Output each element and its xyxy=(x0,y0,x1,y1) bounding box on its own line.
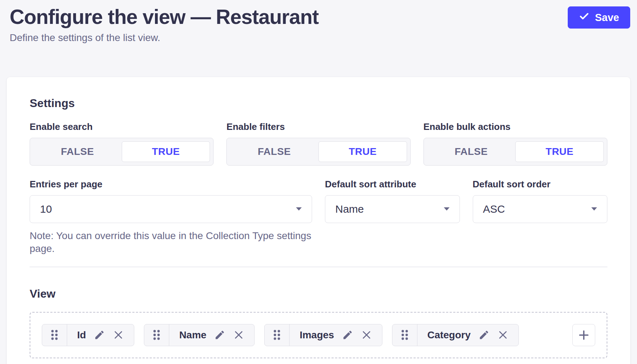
field-chip-label: Name xyxy=(179,329,206,341)
edit-field-button[interactable] xyxy=(478,329,490,340)
field-chip-category: Category xyxy=(392,324,519,346)
enable-bulk-actions-toggle: FALSE TRUE xyxy=(423,138,607,166)
entries-per-page-label: Entries per page xyxy=(30,179,312,190)
section-divider xyxy=(30,267,607,267)
default-sort-order-label: Default sort order xyxy=(473,179,608,190)
field-chip-label: Id xyxy=(77,329,86,341)
default-sort-attribute-field: Default sort attribute Name xyxy=(325,179,460,255)
enable-bulk-actions-field: Enable bulk actions FALSE TRUE xyxy=(423,121,607,166)
save-button[interactable]: Save xyxy=(568,6,630,29)
entries-per-page-note: Note: You can override this value in the… xyxy=(30,229,312,255)
field-chip-label: Images xyxy=(300,329,334,341)
default-sort-order-field: Default sort order ASC xyxy=(473,179,608,255)
page-title: Configure the view — Restaurant xyxy=(10,6,630,29)
chevron-down-icon xyxy=(444,207,450,211)
enable-search-label: Enable search xyxy=(30,121,214,132)
chevron-down-icon xyxy=(591,207,597,211)
default-sort-attribute-select[interactable]: Name xyxy=(325,195,460,223)
drag-handle[interactable] xyxy=(265,324,290,346)
plus-icon xyxy=(578,329,590,341)
enable-bulk-actions-label: Enable bulk actions xyxy=(423,121,607,132)
drag-handle-icon xyxy=(50,329,59,341)
default-sort-order-select[interactable]: ASC xyxy=(473,195,608,223)
save-button-label: Save xyxy=(595,12,619,24)
close-icon xyxy=(497,329,508,340)
remove-field-button[interactable] xyxy=(233,329,244,340)
remove-field-button[interactable] xyxy=(497,329,508,340)
field-chip-images: Images xyxy=(264,324,382,346)
drag-handle[interactable] xyxy=(392,324,417,346)
enable-bulk-actions-true-option[interactable]: TRUE xyxy=(515,141,604,162)
edit-field-button[interactable] xyxy=(214,329,225,340)
selects-row: Entries per page 10 Note: You can overri… xyxy=(30,179,607,255)
enable-filters-field: Enable filters FALSE TRUE xyxy=(226,121,410,166)
view-section-heading: View xyxy=(30,287,607,300)
default-sort-attribute-label: Default sort attribute xyxy=(325,179,460,190)
edit-field-button[interactable] xyxy=(342,329,353,340)
enable-filters-true-option[interactable]: TRUE xyxy=(318,141,407,162)
field-chip-name: Name xyxy=(144,324,255,346)
enable-filters-label: Enable filters xyxy=(226,121,410,132)
settings-card: Settings Enable search FALSE TRUE Enable… xyxy=(7,77,630,364)
pencil-icon xyxy=(94,329,105,340)
entries-per-page-field: Entries per page 10 Note: You can overri… xyxy=(30,179,312,255)
close-icon xyxy=(361,329,372,340)
field-chip-label: Category xyxy=(427,329,471,341)
enable-filters-toggle: FALSE TRUE xyxy=(226,138,410,166)
edit-field-button[interactable] xyxy=(94,329,105,340)
default-sort-attribute-value: Name xyxy=(335,203,364,215)
page-subtitle: Define the settings of the list view. xyxy=(10,32,630,44)
entries-per-page-value: 10 xyxy=(40,203,52,215)
default-sort-order-value: ASC xyxy=(483,203,505,215)
enable-search-field: Enable search FALSE TRUE xyxy=(30,121,214,166)
remove-field-button[interactable] xyxy=(361,329,372,340)
page-header: Configure the view — Restaurant Define t… xyxy=(0,0,637,44)
entries-per-page-select[interactable]: 10 xyxy=(30,195,312,223)
close-icon xyxy=(113,329,124,340)
enable-bulk-actions-false-option[interactable]: FALSE xyxy=(427,141,516,162)
check-icon xyxy=(579,11,590,24)
drag-handle-icon xyxy=(401,329,409,341)
enable-search-toggle: FALSE TRUE xyxy=(30,138,214,166)
settings-section-heading: Settings xyxy=(30,97,607,110)
pencil-icon xyxy=(342,329,353,340)
toggles-row: Enable search FALSE TRUE Enable filters … xyxy=(30,121,607,166)
view-fields-dropzone: Id Name xyxy=(30,312,607,358)
enable-search-false-option[interactable]: FALSE xyxy=(33,141,122,162)
enable-filters-false-option[interactable]: FALSE xyxy=(230,141,318,162)
drag-handle-icon xyxy=(273,329,281,341)
drag-handle[interactable] xyxy=(42,324,67,346)
enable-search-true-option[interactable]: TRUE xyxy=(122,141,210,162)
field-chip-id: Id xyxy=(42,324,134,346)
chevron-down-icon xyxy=(296,207,302,211)
close-icon xyxy=(233,329,244,340)
remove-field-button[interactable] xyxy=(113,329,124,340)
add-field-button[interactable] xyxy=(572,324,595,346)
pencil-icon xyxy=(214,329,225,340)
drag-handle[interactable] xyxy=(144,324,169,346)
drag-handle-icon xyxy=(152,329,161,341)
pencil-icon xyxy=(478,329,490,340)
